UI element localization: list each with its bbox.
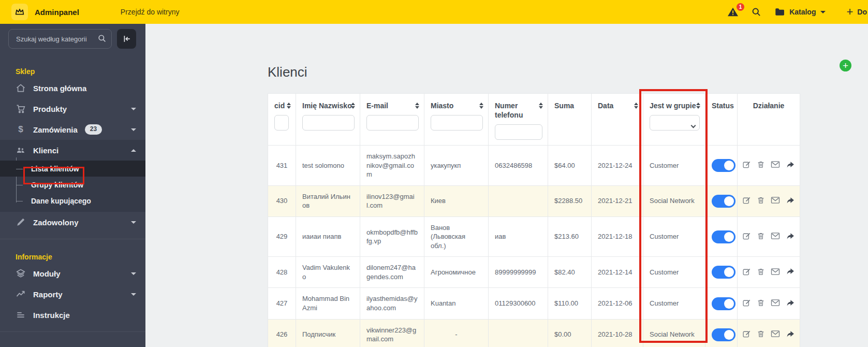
delete-button[interactable] [757,232,765,242]
cell-status [705,146,738,186]
edit-button[interactable] [742,298,751,309]
forward-button[interactable] [786,267,795,277]
edit-button[interactable] [742,267,751,278]
sort-icon[interactable] [415,103,419,109]
delete-button[interactable] [757,329,765,340]
add-customer-button[interactable]: + [840,60,851,71]
delete-button[interactable] [757,267,765,278]
forward-icon [786,267,795,277]
column-header-jest-w-grupie[interactable]: Jest w grupie [643,94,705,146]
sort-icon[interactable] [539,103,543,109]
delete-button[interactable] [757,160,765,170]
column-header-miasto[interactable]: Miasto [424,94,489,146]
cell-city: укакупукп [424,146,489,186]
collapse-left-icon [122,34,132,44]
status-toggle[interactable] [712,297,735,310]
filter-input-cid[interactable] [274,115,289,131]
sort-icon[interactable] [351,103,355,109]
row-actions [744,232,793,242]
status-toggle[interactable] [712,328,735,341]
edit-button[interactable] [742,160,751,170]
filter-input-numer-telefonu[interactable] [495,124,542,140]
cart-icon [16,104,26,114]
alerts-button[interactable]: 1 [727,7,739,17]
sidebar-item-zadowolony[interactable]: Zadowolony [0,212,145,233]
sort-icon[interactable] [696,103,700,109]
cell-phone [489,319,548,347]
status-toggle[interactable] [712,159,735,172]
category-search-input[interactable] [8,29,112,49]
plus-icon: + [846,6,853,18]
goto-site-link[interactable]: Przejdź do witryny [121,8,180,16]
cell-name: Vadim Vakulenko [296,257,360,288]
sidebar-collapse-button[interactable] [117,29,136,49]
column-header-data[interactable]: Data [592,94,643,146]
edit-button[interactable] [742,196,751,206]
sidebar-item-raporty[interactable]: Raporty [0,284,145,305]
cell-date: 2021-12-21 [592,185,643,216]
forward-button[interactable] [786,299,795,309]
email-button[interactable] [771,299,780,308]
status-toggle[interactable] [712,230,735,243]
chevron-down-icon [820,11,826,13]
cell-city: Киев [424,185,489,216]
email-button[interactable] [771,268,780,277]
delete-icon [757,267,765,278]
add-new-button[interactable]: + Do [846,6,868,18]
column-header-status: Status [705,94,738,146]
sidebar-item-instrukcje[interactable]: Instrukcje [0,305,145,325]
cell-actions [738,288,800,319]
filter-input-imię-nazwisko[interactable] [302,115,355,131]
sidebar-item-klienci[interactable]: Klienci [0,140,145,161]
edit-button[interactable] [742,329,751,340]
global-search-button[interactable] [751,7,761,17]
column-label: Data [598,102,613,110]
sidebar-subitem-dane-kupującego[interactable]: Dane kupującego [0,193,145,209]
sidebar-item-zamówienia[interactable]: $Zamówienia23 [0,119,145,140]
email-icon [771,232,780,241]
catalog-dropdown[interactable]: Katalog [775,8,826,16]
forward-button[interactable] [786,232,795,242]
sidebar-item-moduły[interactable]: Moduły [0,263,145,284]
chevron-down-icon [131,128,136,131]
sidebar-item-strona-główna[interactable]: Strona główna [0,78,145,98]
filter-input-e-mail[interactable] [366,115,419,131]
email-button[interactable] [771,161,780,170]
cell-total: $64.00 [548,146,592,186]
email-button[interactable] [771,196,780,206]
email-button[interactable] [771,232,780,241]
column-label: Suma [554,102,574,110]
email-button[interactable] [771,330,780,339]
toggle-knob [724,232,734,242]
column-header-e-mail[interactable]: E-mail [360,94,424,146]
forward-button[interactable] [786,196,795,206]
chart-icon [16,289,26,299]
group-filter-select[interactable] [650,115,700,131]
cell-cid: 427 [268,288,296,319]
sort-icon[interactable] [287,103,291,109]
cell-total: $213.60 [548,216,592,257]
forward-button[interactable] [786,330,795,340]
table-header-row: cidImię NazwiskoE-mailMiastoNumer telefo… [268,94,800,146]
forward-icon [786,196,795,206]
sidebar-subitem-grupy-klientów[interactable]: Grupy klientów [0,177,145,193]
sort-icon[interactable] [479,103,483,109]
status-toggle[interactable] [712,195,735,208]
edit-icon [742,196,751,206]
filter-input-miasto[interactable] [431,115,483,131]
sidebar-subitem-lista-klientów[interactable]: Lista klientów [0,161,145,177]
sort-icon[interactable] [634,103,638,109]
status-toggle[interactable] [712,266,735,279]
delete-button[interactable] [757,196,765,206]
forward-button[interactable] [786,161,795,170]
users-icon [16,145,26,155]
column-header-imię-nazwisko[interactable]: Imię Nazwisko [296,94,360,146]
sidebar-item-produkty[interactable]: Produkty [0,98,145,119]
sidebar-item-label: Produkty [33,105,67,113]
edit-button[interactable] [742,232,751,242]
orders-count-badge: 23 [85,124,102,135]
column-header-numer-telefonu[interactable]: Numer telefonu [489,94,548,146]
customers-table: cidImię NazwiskoE-mailMiastoNumer telefo… [268,93,800,347]
column-header-cid[interactable]: cid [268,94,296,146]
delete-button[interactable] [757,298,765,309]
